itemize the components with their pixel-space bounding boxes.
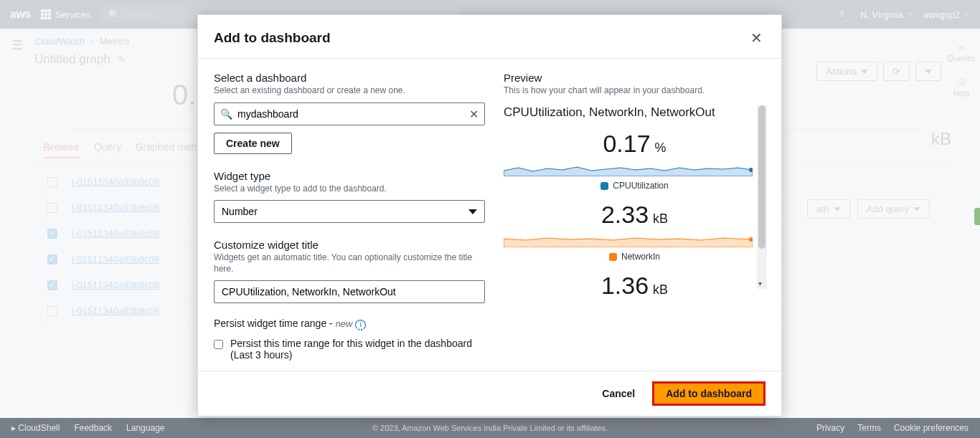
cpu-sparkline <box>504 161 753 176</box>
netin-legend: NetworkIn <box>621 252 660 262</box>
close-button[interactable]: ✕ <box>750 29 763 47</box>
scroll-down-icon[interactable]: ▾ <box>758 280 762 287</box>
persist-label: Persist widget time range - <box>214 318 336 329</box>
netout-value: 1.36 <box>601 272 649 300</box>
netin-value: 2.33 <box>601 201 649 229</box>
select-dashboard-label: Select a dashboard <box>214 72 485 84</box>
legend-swatch <box>609 253 617 261</box>
widget-type-select[interactable]: Number <box>214 200 485 223</box>
widget-type-value: Number <box>222 206 258 217</box>
netin-sparkline <box>504 232 753 247</box>
netin-unit: kB <box>653 211 668 227</box>
cookie-link[interactable]: Cookie preferences <box>894 423 969 433</box>
language-selector[interactable]: Language <box>126 423 164 433</box>
persist-checkbox-label: Persist this time range for this widget … <box>230 338 485 361</box>
persist-checkbox[interactable] <box>214 339 223 350</box>
widget-title-input[interactable] <box>214 280 485 303</box>
cpu-value: 0.17 <box>603 130 650 158</box>
privacy-link[interactable]: Privacy <box>816 423 844 433</box>
select-dashboard-help: Select an existing dashboard or create a… <box>214 85 485 97</box>
customize-title-label: Customize widget title <box>214 239 485 251</box>
close-icon: ✕ <box>750 30 763 46</box>
legend-swatch <box>600 182 608 190</box>
terms-link[interactable]: Terms <box>857 423 881 433</box>
preview-help: This is how your chart will appear in yo… <box>504 85 765 95</box>
customize-title-help: Widgets get an automatic title. You can … <box>214 252 485 275</box>
persist-checkbox-row[interactable]: Persist this time range for this widget … <box>214 338 485 361</box>
dashboard-search-input[interactable] <box>214 103 485 125</box>
preview-panel: CPUUtilization, NetworkIn, NetworkOut 0.… <box>504 105 765 300</box>
cloudshell-button[interactable]: ▸ CloudShell <box>11 423 60 433</box>
search-icon: 🔍 <box>220 108 232 120</box>
cancel-button[interactable]: Cancel <box>595 382 642 405</box>
clear-icon[interactable]: ✕ <box>469 108 479 121</box>
caret-down-icon <box>468 209 477 214</box>
widget-type-label: Widget type <box>214 170 485 182</box>
preview-widget-netout: 1.36kB <box>504 272 765 300</box>
cpu-unit: % <box>655 141 666 156</box>
netout-unit: kB <box>653 282 668 297</box>
widget-type-help: Select a widget type to add to the dashb… <box>214 184 485 195</box>
cpu-legend: CPUUtilization <box>613 181 668 191</box>
info-icon[interactable]: i <box>355 320 366 330</box>
add-to-dashboard-button[interactable]: Add to dashboard <box>652 381 765 406</box>
scrollbar-thumb[interactable] <box>758 105 765 249</box>
chart-title: CPUUtilization, NetworkIn, NetworkOut <box>504 105 765 120</box>
copyright: © 2023, Amazon Web Services India Privat… <box>372 424 608 432</box>
add-to-dashboard-modal: Add to dashboard ✕ Select a dashboard Se… <box>197 14 782 416</box>
footer: ▸ CloudShell Feedback Language © 2023, A… <box>0 418 980 438</box>
feedback-link[interactable]: Feedback <box>74 423 112 433</box>
preview-widget-cpu: 0.17% CPUUtilization <box>504 130 765 191</box>
preview-label: Preview <box>504 72 765 84</box>
create-new-button[interactable]: Create new <box>214 133 292 154</box>
preview-widget-netin: 2.33kB NetworkIn <box>504 201 765 262</box>
preview-scrollbar[interactable]: ▾ <box>757 105 767 289</box>
modal-title: Add to dashboard <box>214 30 331 46</box>
new-badge: new <box>336 318 353 329</box>
